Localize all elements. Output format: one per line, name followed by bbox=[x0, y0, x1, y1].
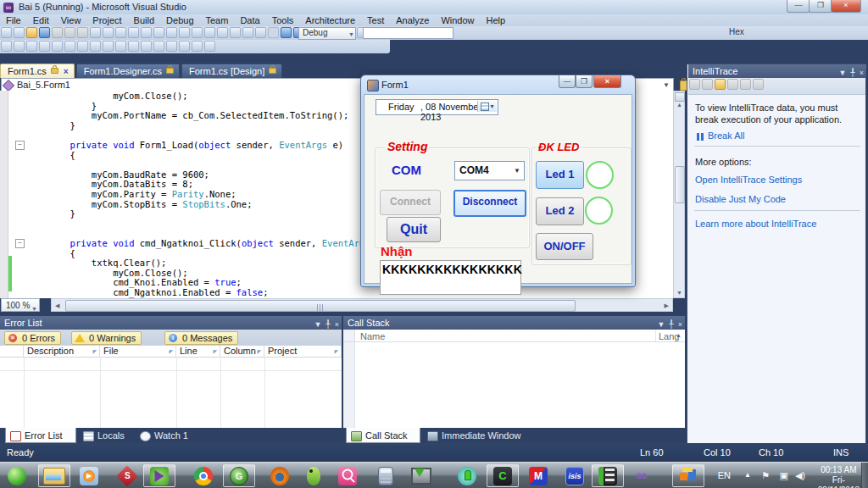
calculator-icon[interactable] bbox=[370, 464, 402, 487]
visual-studio-icon[interactable]: ∞ bbox=[626, 464, 658, 487]
filter-info-button[interactable]: i0 Messages bbox=[164, 331, 238, 345]
calls-view-icon[interactable] bbox=[702, 79, 713, 90]
solution-config-combo[interactable]: Debug▼ bbox=[298, 27, 356, 40]
copy-icon[interactable] bbox=[77, 27, 88, 38]
pointer-icon[interactable] bbox=[26, 41, 37, 52]
column-icon[interactable] bbox=[0, 346, 24, 357]
column-project[interactable]: Project◤ bbox=[264, 346, 342, 357]
menu-data[interactable]: Data bbox=[234, 14, 265, 26]
continue-icon[interactable] bbox=[268, 27, 279, 38]
navigate-forward-icon[interactable] bbox=[141, 27, 152, 38]
speaker-icon[interactable]: ◀) bbox=[795, 470, 805, 481]
toolbox-icon[interactable] bbox=[217, 27, 228, 38]
vertical-scrollbar[interactable]: ▲ ▼ bbox=[673, 91, 685, 298]
close-icon[interactable]: × bbox=[335, 320, 339, 329]
font-icon[interactable] bbox=[39, 41, 50, 52]
indent-increase-icon[interactable] bbox=[77, 41, 88, 52]
onoff-button[interactable]: ON/OFF bbox=[536, 233, 593, 260]
menu-tools[interactable]: Tools bbox=[266, 14, 300, 26]
search-input[interactable] bbox=[363, 27, 453, 39]
pin-icon[interactable]: ╀ bbox=[850, 69, 854, 77]
filter-warn-button[interactable]: 0 Warnings bbox=[71, 331, 142, 345]
network-icon[interactable]: ▣ bbox=[780, 470, 788, 481]
panel-tab-call-stack[interactable]: Call Stack bbox=[346, 428, 420, 443]
save-icon[interactable] bbox=[39, 27, 50, 38]
extension-manager-icon[interactable] bbox=[230, 27, 241, 38]
pin-icon[interactable]: ╀ bbox=[326, 320, 330, 329]
bookmark-clear-icon[interactable] bbox=[204, 41, 215, 52]
bookmark-a-icon[interactable] bbox=[115, 41, 126, 52]
tab-form1-cs-design-[interactable]: Form1.cs [Design] bbox=[181, 64, 282, 78]
bookmark-e-icon[interactable] bbox=[166, 41, 177, 52]
close-icon[interactable]: × bbox=[593, 75, 621, 88]
sopcast-icon[interactable]: S bbox=[111, 464, 143, 487]
media-player-classic-icon[interactable] bbox=[592, 464, 624, 487]
led-tool-icon[interactable] bbox=[451, 464, 483, 487]
panel-tab-locals[interactable]: Locals bbox=[79, 428, 133, 443]
bookmark-prev-icon[interactable] bbox=[179, 41, 190, 52]
view-designer-icon[interactable] bbox=[1, 41, 12, 52]
events-list-icon[interactable] bbox=[689, 79, 700, 90]
chevron-down-icon[interactable]: ▼ bbox=[663, 81, 670, 89]
parrot-app-icon[interactable] bbox=[298, 464, 330, 487]
paste-icon[interactable] bbox=[90, 27, 101, 38]
align-icon[interactable] bbox=[52, 41, 63, 52]
navigate-back-sm-icon[interactable] bbox=[14, 27, 25, 38]
add-item-icon[interactable] bbox=[1, 27, 12, 38]
scroll-down-icon[interactable]: ▼ bbox=[676, 290, 682, 296]
scroll-thumb[interactable] bbox=[65, 300, 576, 312]
menu-project[interactable]: Project bbox=[86, 14, 127, 26]
chevron-down-icon[interactable]: ▼ bbox=[314, 320, 321, 329]
hidden-icons-arrow[interactable]: ▲ bbox=[744, 471, 751, 479]
mikroc-icon[interactable]: M bbox=[522, 464, 554, 487]
cut-icon[interactable] bbox=[64, 27, 75, 38]
start-debug-small-icon[interactable] bbox=[153, 27, 164, 38]
code-lines[interactable]: myCom.Close(); } myCom.PortName = cb_Com… bbox=[27, 92, 387, 297]
kmplayer-icon[interactable] bbox=[143, 464, 175, 487]
language-indicator[interactable]: EN bbox=[718, 470, 731, 480]
disconnect-button[interactable]: Disconnect bbox=[453, 190, 526, 217]
bookmark-c-icon[interactable] bbox=[141, 41, 152, 52]
form1-titlebar[interactable]: Form1 — ❐ × bbox=[361, 75, 635, 94]
menu-test[interactable]: Test bbox=[361, 14, 390, 26]
calendar-dropdown-button[interactable]: ▼ bbox=[477, 101, 497, 112]
com-port-combo[interactable]: COM4 ▼ bbox=[454, 161, 525, 180]
navigate-back-icon[interactable] bbox=[128, 27, 139, 38]
windows-explorer-icon[interactable] bbox=[38, 464, 70, 487]
splitter-handle[interactable] bbox=[675, 92, 685, 102]
close-icon[interactable]: × bbox=[860, 69, 864, 77]
settings-doc-icon[interactable] bbox=[753, 79, 764, 90]
undo-icon[interactable] bbox=[103, 27, 114, 38]
column-column[interactable]: Column◤ bbox=[220, 346, 264, 357]
panel-tab-immediate-window[interactable]: Immediate Window bbox=[423, 428, 528, 443]
view-code-icon[interactable] bbox=[14, 41, 25, 52]
find-in-files-icon[interactable] bbox=[166, 27, 177, 38]
command-window-icon[interactable] bbox=[255, 27, 266, 38]
green-round-app-icon[interactable]: G bbox=[223, 464, 255, 487]
show-desktop-button[interactable] bbox=[861, 463, 868, 488]
error-list-titlebar[interactable]: Error List ▼╀× bbox=[0, 316, 342, 330]
pin-icon[interactable]: ╀ bbox=[669, 320, 673, 329]
tab-form1-designer-cs[interactable]: Form1.Designer.cs bbox=[76, 64, 180, 78]
minimize-icon[interactable]: — bbox=[787, 0, 810, 13]
start-apple-icon[interactable] bbox=[1, 464, 33, 487]
disable-jmc-link[interactable]: Disable Just My Code bbox=[695, 194, 786, 204]
scroll-thumb[interactable] bbox=[675, 166, 685, 203]
column-description[interactable]: Description◤ bbox=[24, 346, 100, 357]
start-page-icon[interactable] bbox=[242, 27, 253, 38]
save-all-icon[interactable] bbox=[52, 27, 63, 38]
indent-decrease-icon[interactable] bbox=[64, 41, 75, 52]
action-center-flag-icon[interactable]: ⚑ bbox=[761, 470, 770, 481]
menu-file[interactable]: File bbox=[0, 14, 27, 26]
panel-tab-error-list[interactable]: Error List bbox=[5, 428, 76, 443]
close-icon[interactable]: × bbox=[678, 320, 682, 329]
close-icon[interactable]: × bbox=[64, 67, 69, 76]
proteus-isis-icon[interactable]: isis bbox=[559, 464, 591, 487]
hex-toggle[interactable]: Hex bbox=[729, 27, 744, 36]
bookmark-b-icon[interactable] bbox=[128, 41, 139, 52]
maximize-icon[interactable]: ❐ bbox=[576, 75, 593, 88]
menu-build[interactable]: Build bbox=[128, 14, 160, 26]
menu-window[interactable]: Window bbox=[435, 14, 480, 26]
break-all-icon[interactable] bbox=[281, 27, 292, 38]
media-player-icon[interactable]: ▶ bbox=[73, 464, 105, 487]
